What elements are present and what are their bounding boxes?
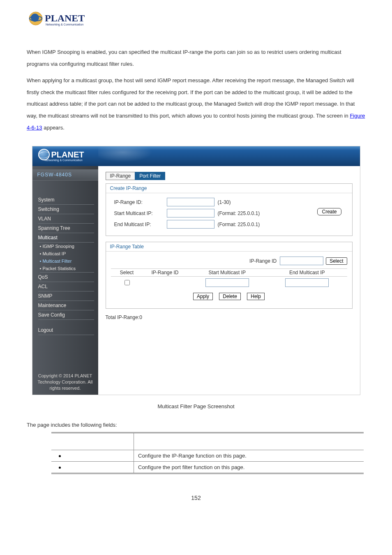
sidebar-item-system[interactable]: System: [38, 195, 94, 205]
sidebar-item-save-config[interactable]: Save Config: [38, 310, 94, 320]
header-logo: PLANET Networking & Communication: [27, 8, 365, 30]
sidebar-item-acl[interactable]: ACL: [38, 282, 94, 291]
panel-ip-range-table: IP-Range Table IP-Range ID Select Select…: [106, 242, 353, 309]
model-label: FGSW-4840S: [32, 169, 98, 180]
col-end: End Multicast IP: [267, 269, 347, 277]
apply-button[interactable]: Apply: [193, 293, 213, 300]
create-button[interactable]: Create: [317, 208, 341, 215]
screenshot-caption: Multicast Filter Page Screenshot: [27, 403, 365, 409]
col-id: IP-Range ID: [143, 269, 187, 277]
sidebar-item-qos[interactable]: QoS: [38, 273, 94, 282]
field-desc: Configure the port filter function on th…: [134, 462, 364, 474]
sidebar-item-logout[interactable]: Logout: [38, 326, 94, 335]
row-end-input[interactable]: [285, 278, 329, 287]
input-end-ip[interactable]: [167, 220, 214, 229]
panel-title-table: IP-Range Table: [106, 242, 352, 252]
row-checkbox[interactable]: [125, 280, 130, 285]
paragraph-1: When IGMP Snooping is enabled, you can s…: [27, 46, 365, 70]
search-input[interactable]: [280, 257, 323, 265]
hint-start: (Format: 225.0.0.1): [218, 210, 260, 216]
sidebar-item-igmp-snooping[interactable]: • IGMP Snooping: [40, 243, 94, 250]
screenshot-header: PLANET Networking & Communication: [32, 146, 360, 166]
field-desc: Configure the IP-Range function on this …: [134, 450, 364, 462]
col-start: Start Multicast IP: [187, 269, 267, 277]
sidebar-copyright: Copyright © 2014 PLANET Technology Corpo…: [32, 373, 98, 391]
delete-button[interactable]: Delete: [219, 293, 241, 300]
hint-end: (Format: 225.0.0.1): [218, 222, 260, 227]
sidebar-item-multicast[interactable]: Multicast: [38, 233, 94, 243]
tab-port-filter[interactable]: Port Filter: [135, 172, 165, 180]
orb-icon: [38, 149, 50, 160]
page-number: 152: [27, 495, 365, 501]
logo-text: PLANET: [45, 13, 85, 23]
sidebar-item-snmp[interactable]: SNMP: [38, 291, 94, 301]
tab-bar: IP-RangePort Filter: [106, 172, 353, 180]
table-row: Configure the IP-Range function on this …: [51, 450, 364, 462]
paragraph-2: When applying for a multicast group, the…: [27, 75, 365, 134]
sidebar-item-multicast-ip[interactable]: • Multicast IP: [40, 250, 94, 257]
fields-intro: The page includes the following fields:: [27, 422, 365, 428]
sidebar-item-packet-statistics[interactable]: • Packet Statistics: [40, 265, 94, 273]
help-button[interactable]: Help: [247, 293, 265, 300]
label-start-ip: Start Multicast IP:: [111, 210, 167, 216]
hint-id: (1-30): [218, 199, 231, 205]
panel-create-ip-range: Create IP-Range IP-Range ID: (1-30) Star…: [106, 183, 353, 236]
label-ip-range-id: IP-Range ID:: [111, 199, 167, 205]
input-start-ip[interactable]: [167, 209, 214, 217]
screenshot-frame: PLANET Networking & Communication FGSW-4…: [32, 146, 360, 395]
bullet-icon: [59, 455, 61, 457]
label-end-ip: End Multicast IP:: [111, 222, 167, 227]
table-row: [111, 277, 347, 289]
table-row: Configure the port filter function on th…: [51, 462, 364, 474]
sidebar: FGSW-4840S System Switching VLAN Spannin…: [32, 166, 98, 395]
sidebar-item-multicast-filter[interactable]: • Multicast Filter: [40, 257, 94, 265]
panel-title-create: Create IP-Range: [106, 184, 352, 193]
tab-ip-range[interactable]: IP-Range: [106, 172, 136, 180]
input-ip-range-id[interactable]: [167, 198, 214, 206]
sidebar-item-switching[interactable]: Switching: [38, 205, 94, 214]
select-button[interactable]: Select: [326, 257, 347, 265]
sidebar-item-maintenance[interactable]: Maintenance: [38, 301, 94, 310]
sidebar-item-vlan[interactable]: VLAN: [38, 214, 94, 224]
fields-table: Configure the IP-Range function on this …: [51, 432, 364, 474]
bullet-icon: [59, 467, 61, 469]
total-text: Total IP-Range:0: [106, 314, 353, 320]
search-label: IP-Range ID: [249, 258, 277, 264]
logo-tagline: Networking & Communication: [46, 23, 83, 26]
col-select: Select: [111, 269, 143, 277]
sidebar-item-spanning-tree[interactable]: Spanning Tree: [38, 224, 94, 233]
row-start-input[interactable]: [205, 278, 249, 287]
